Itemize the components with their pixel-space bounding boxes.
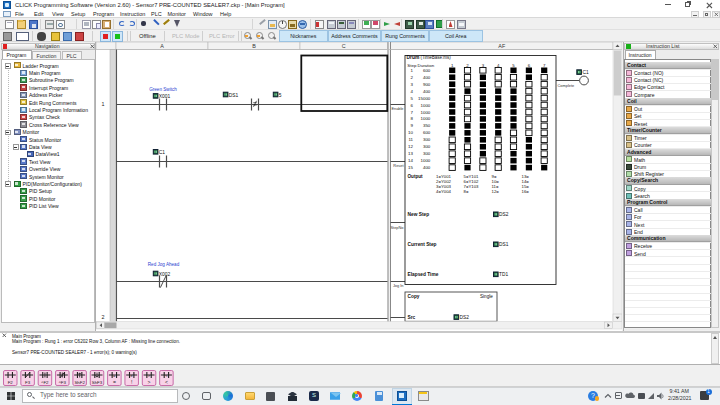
svg-text:10: 10	[408, 130, 413, 135]
svg-text:350: 350	[423, 123, 431, 128]
svg-text:Enable: Enable	[391, 106, 403, 111]
svg-text:Complete: Complete	[558, 83, 575, 88]
svg-text:<: <	[165, 379, 168, 385]
svg-text:900: 900	[423, 82, 431, 87]
svg-text:C1: C1	[159, 150, 166, 155]
svg-text:1000: 1000	[421, 103, 431, 108]
svg-text:(TimeBase:ms): (TimeBase:ms)	[421, 55, 452, 60]
svg-text:B: B	[252, 43, 256, 49]
svg-text:DS2: DS2	[460, 315, 470, 320]
svg-text:^F2: ^F2	[41, 380, 49, 385]
svg-text:=: =	[113, 379, 116, 385]
svg-text:Output: Output	[408, 174, 424, 179]
svg-text:Red Jog Ahead: Red Jog Ahead	[148, 262, 180, 267]
svg-text:!: !	[131, 379, 132, 385]
svg-text:1000: 1000	[421, 158, 431, 163]
svg-text:ShF2: ShF2	[74, 380, 85, 385]
svg-text:X001: X001	[159, 94, 171, 99]
svg-text:Elapsed Time: Elapsed Time	[408, 272, 439, 277]
svg-text:Step Duration: Step Duration	[407, 63, 434, 68]
svg-text:X002: X002	[159, 272, 171, 277]
svg-text:TD1: TD1	[499, 272, 508, 277]
svg-text:Single: Single	[480, 294, 493, 299]
svg-text:15: 15	[408, 165, 413, 170]
svg-text:600: 600	[423, 68, 431, 73]
svg-text:300: 300	[423, 151, 431, 156]
svg-text:4=Y004: 4=Y004	[436, 189, 452, 194]
svg-text:Reset: Reset	[393, 163, 404, 168]
svg-text:12: 12	[408, 144, 413, 149]
svg-text:11: 11	[408, 137, 413, 142]
svg-text:DS1: DS1	[499, 242, 509, 247]
svg-text:600: 600	[423, 130, 431, 135]
svg-text:ShF3: ShF3	[92, 380, 103, 385]
svg-text:400: 400	[423, 165, 431, 170]
svg-text:C1: C1	[582, 70, 589, 75]
svg-text:^F3: ^F3	[59, 380, 67, 385]
svg-text:1: 1	[102, 101, 105, 107]
svg-text:>: >	[148, 379, 151, 385]
svg-text:C: C	[342, 43, 346, 49]
svg-text:400: 400	[423, 75, 431, 80]
svg-text:300: 300	[423, 137, 431, 142]
svg-text:14: 14	[408, 158, 413, 163]
svg-text:Copy: Copy	[408, 294, 420, 299]
svg-text:Src: Src	[408, 315, 416, 320]
svg-text:12=: 12=	[492, 189, 500, 194]
svg-text:Drum: Drum	[407, 55, 420, 60]
svg-text:1000: 1000	[421, 116, 431, 121]
svg-text:300: 300	[423, 144, 431, 149]
svg-text:New Step: New Step	[408, 212, 430, 217]
svg-text:Current Step: Current Step	[408, 242, 437, 247]
svg-text:8=: 8=	[464, 189, 469, 194]
svg-text:A: A	[160, 43, 164, 49]
svg-text:StepNo: StepNo	[391, 225, 404, 230]
svg-text:1000: 1000	[421, 110, 431, 115]
svg-text:2: 2	[102, 314, 105, 320]
svg-text:400: 400	[423, 89, 431, 94]
svg-text:DS1: DS1	[229, 93, 239, 98]
svg-text:Green Switch: Green Switch	[149, 87, 177, 92]
svg-text:16=: 16=	[522, 189, 530, 194]
svg-text:15000: 15000	[418, 96, 431, 101]
svg-text:13: 13	[408, 151, 413, 156]
svg-text:5: 5	[279, 93, 282, 98]
svg-text:F3: F3	[25, 380, 31, 385]
svg-text:F2: F2	[8, 380, 14, 385]
svg-text:Jog In: Jog In	[393, 283, 404, 288]
svg-text:DS2: DS2	[499, 212, 509, 217]
svg-text:AF: AF	[498, 43, 506, 49]
